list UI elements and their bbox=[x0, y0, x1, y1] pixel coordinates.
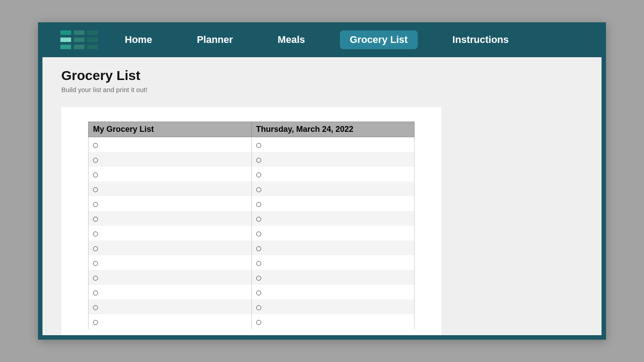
grocery-cell[interactable] bbox=[89, 211, 252, 226]
grocery-cell[interactable] bbox=[89, 299, 252, 314]
circle-icon bbox=[256, 143, 261, 148]
circle-icon bbox=[93, 232, 98, 236]
nav-grocery-list[interactable]: Grocery List bbox=[340, 30, 418, 49]
grocery-cell[interactable] bbox=[89, 270, 252, 285]
table-row bbox=[89, 167, 415, 181]
circle-icon bbox=[93, 173, 98, 177]
circle-icon bbox=[256, 232, 261, 236]
table-row bbox=[89, 240, 415, 255]
circle-icon bbox=[93, 290, 98, 295]
page-title: Grocery List bbox=[61, 68, 602, 83]
circle-icon bbox=[256, 158, 261, 163]
table-row bbox=[89, 211, 415, 226]
app-frame: Home Planner Meals Grocery List Instruct… bbox=[38, 22, 606, 340]
circle-icon bbox=[256, 305, 261, 310]
circle-icon bbox=[256, 202, 261, 207]
circle-icon bbox=[93, 320, 98, 325]
circle-icon bbox=[256, 261, 261, 266]
grocery-cell[interactable] bbox=[89, 226, 252, 240]
circle-icon bbox=[256, 246, 261, 251]
table-row bbox=[89, 255, 415, 270]
grocery-table: My Grocery List Thursday, March 24, 2022 bbox=[88, 122, 415, 329]
table-row bbox=[89, 314, 415, 329]
circle-icon bbox=[93, 246, 98, 251]
circle-icon bbox=[256, 290, 261, 295]
grocery-table-header-left: My Grocery List bbox=[89, 122, 252, 137]
grocery-cell[interactable] bbox=[89, 181, 252, 196]
grocery-cell[interactable] bbox=[251, 211, 415, 226]
grocery-cell[interactable] bbox=[89, 240, 252, 255]
circle-icon bbox=[256, 320, 261, 325]
table-row bbox=[89, 226, 415, 240]
grocery-cell[interactable] bbox=[251, 285, 415, 299]
nav-meals[interactable]: Meals bbox=[278, 34, 305, 46]
circle-icon bbox=[93, 305, 98, 310]
nav-home[interactable]: Home bbox=[125, 34, 152, 46]
nav-planner[interactable]: Planner bbox=[197, 34, 233, 46]
circle-icon bbox=[93, 217, 98, 222]
grocery-cell[interactable] bbox=[89, 196, 252, 211]
circle-icon bbox=[93, 276, 98, 281]
nav-instructions[interactable]: Instructions bbox=[453, 34, 509, 46]
grocery-cell[interactable] bbox=[89, 152, 252, 167]
grocery-cell[interactable] bbox=[251, 196, 415, 211]
grocery-cell[interactable] bbox=[251, 255, 415, 270]
circle-icon bbox=[93, 158, 98, 163]
circle-icon bbox=[256, 187, 261, 192]
grocery-cell[interactable] bbox=[251, 167, 415, 181]
main-nav: Home Planner Meals Grocery List Instruct… bbox=[125, 34, 509, 46]
grocery-table-header-right: Thursday, March 24, 2022 bbox=[251, 122, 415, 137]
table-row bbox=[89, 137, 415, 152]
grocery-cell[interactable] bbox=[251, 152, 415, 167]
circle-icon bbox=[256, 173, 261, 177]
table-row bbox=[89, 196, 415, 211]
content-area: Grocery List Build your list and print i… bbox=[42, 57, 602, 335]
page-subtitle: Build your list and print it out! bbox=[61, 86, 602, 93]
grocery-cell[interactable] bbox=[89, 255, 252, 270]
grocery-cell[interactable] bbox=[89, 285, 252, 299]
grocery-cell[interactable] bbox=[89, 167, 252, 181]
app-logo-icon bbox=[60, 30, 98, 49]
grocery-cell[interactable] bbox=[251, 270, 415, 285]
grocery-cell[interactable] bbox=[89, 137, 252, 152]
grocery-cell[interactable] bbox=[251, 299, 415, 314]
grocery-cell[interactable] bbox=[251, 240, 415, 255]
table-row bbox=[89, 270, 415, 285]
table-row bbox=[89, 152, 415, 167]
circle-icon bbox=[256, 217, 261, 222]
table-row bbox=[89, 299, 415, 314]
grocery-cell[interactable] bbox=[251, 314, 415, 329]
grocery-cell[interactable] bbox=[251, 181, 415, 196]
grocery-cell[interactable] bbox=[89, 314, 252, 329]
circle-icon bbox=[93, 202, 98, 207]
grocery-cell[interactable] bbox=[251, 226, 415, 240]
header-bar: Home Planner Meals Grocery List Instruct… bbox=[38, 22, 606, 57]
circle-icon bbox=[93, 261, 98, 266]
grocery-cell[interactable] bbox=[251, 137, 415, 152]
table-row bbox=[89, 181, 415, 196]
circle-icon bbox=[93, 187, 98, 192]
table-row bbox=[89, 285, 415, 299]
circle-icon bbox=[256, 276, 261, 281]
circle-icon bbox=[93, 143, 98, 148]
grocery-sheet: My Grocery List Thursday, March 24, 2022 bbox=[61, 107, 441, 335]
